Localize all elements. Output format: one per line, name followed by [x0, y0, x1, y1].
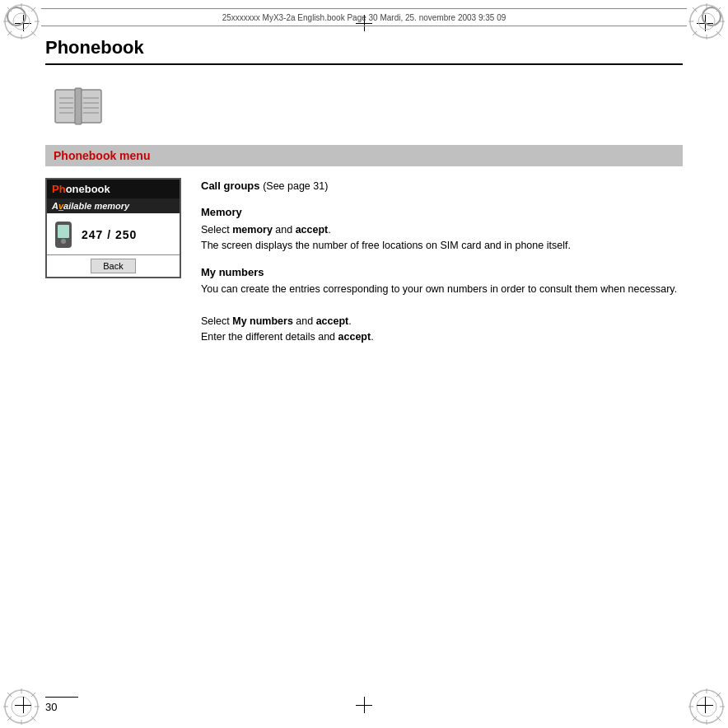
content-row: Phonebook Available memory 247 / 250 Bac… — [45, 178, 683, 356]
call-groups-suffix: (See page 31) — [263, 180, 328, 192]
header-text: 25xxxxxxx MyX3-2a English.book Page 30 M… — [222, 13, 506, 22]
call-groups-title: Call groups — [201, 180, 260, 192]
back-button[interactable]: Back — [91, 259, 135, 273]
call-groups-section: Call groups (See page 31) — [201, 178, 683, 194]
bottom-left-crosshair — [15, 697, 31, 713]
page-header: 25xxxxxxx MyX3-2a English.book Page 30 M… — [41, 8, 687, 26]
bottom-right-crosshair — [697, 697, 713, 713]
memory-title: Memory — [201, 204, 683, 221]
svg-point-53 — [61, 239, 66, 244]
number-display: 247 / 250 — [82, 228, 137, 241]
available-text: A — [52, 201, 58, 211]
my-numbers-body2: Select My numbers and accept. Enter the … — [201, 314, 683, 346]
my-numbers-bold1: My numbers — [232, 315, 293, 327]
section-header: Phonebook menu — [45, 145, 683, 166]
my-numbers-section: My numbers You can create the entries co… — [201, 264, 683, 346]
page-number: 30 — [45, 697, 78, 713]
svg-point-31 — [698, 13, 715, 30]
phone-screen-subtitle: Available memory — [47, 198, 180, 213]
memory-bold2: accept — [296, 224, 329, 236]
svg-rect-41 — [81, 90, 101, 123]
handset-icon — [52, 220, 75, 250]
section-header-text: Phonebook menu — [54, 149, 150, 162]
my-numbers-bold3: accept — [338, 331, 371, 343]
phone-screen-body: 247 / 250 — [47, 213, 180, 254]
svg-point-21 — [13, 13, 30, 30]
memory-bold1: memory — [232, 224, 273, 236]
page-title: Phonebook — [45, 37, 683, 65]
svg-rect-40 — [55, 90, 76, 123]
memory-section: Memory Select memory and accept. The scr… — [201, 204, 683, 254]
my-numbers-title: My numbers — [201, 264, 683, 281]
description-area: Call groups (See page 31) Memory Select … — [201, 178, 683, 356]
phonebook-icon — [54, 85, 103, 130]
main-content: Phonebook Phonebook menu — [45, 37, 683, 683]
top-right-decoration — [687, 2, 726, 41]
phone-title-white: onebook — [66, 183, 110, 195]
memory-body: Select memory and accept. The screen dis… — [201, 222, 683, 254]
phonebook-icon-area — [45, 70, 683, 145]
phone-title-red: Ph — [52, 183, 66, 195]
top-left-decoration — [2, 2, 41, 41]
svg-rect-42 — [75, 88, 82, 124]
phone-screen-back-area: Back — [47, 254, 180, 277]
phone-screen-title: Phonebook — [47, 180, 180, 198]
my-numbers-bold2: accept — [316, 315, 349, 327]
svg-rect-52 — [58, 225, 69, 238]
phone-screen-mockup: Phonebook Available memory 247 / 250 Bac… — [45, 178, 181, 278]
bottom-center-crosshair — [356, 697, 372, 713]
available-text2: ailable memory — [63, 201, 129, 211]
my-numbers-body1: You can create the entries corresponding… — [201, 282, 683, 297]
